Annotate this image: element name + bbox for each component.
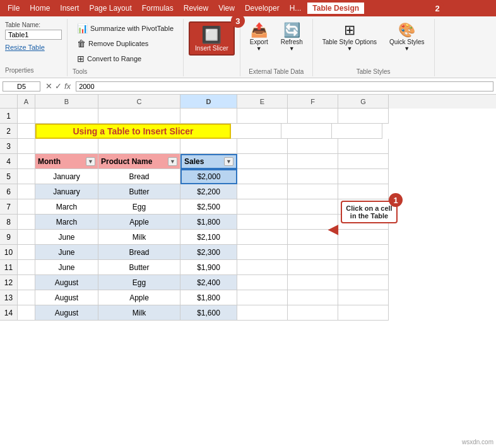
table-style-options-btn[interactable]: ⊞ Table Style Options ▼: [318, 20, 381, 54]
cell-a8[interactable]: [18, 215, 35, 230]
cell-c9[interactable]: Milk: [98, 230, 180, 245]
cell-d12[interactable]: $2,400: [180, 275, 237, 290]
cell-c7[interactable]: Egg: [98, 199, 180, 215]
cell-c6[interactable]: Butter: [98, 184, 180, 199]
cell-f5[interactable]: [288, 169, 338, 184]
col-header-f[interactable]: F: [288, 95, 338, 109]
col-sales-header[interactable]: Sales ▼: [180, 154, 237, 169]
cell-e12[interactable]: [237, 275, 288, 290]
cell-c14[interactable]: Milk: [98, 305, 180, 321]
product-dropdown[interactable]: ▼: [168, 157, 177, 166]
cell-a12[interactable]: [18, 275, 35, 290]
cell-c5[interactable]: Bread: [98, 169, 180, 184]
cell-g2[interactable]: [332, 124, 382, 139]
summarize-pivottable-btn[interactable]: 📊 Summarize with PivotTable: [73, 21, 178, 35]
cell-g11[interactable]: [338, 260, 389, 275]
cell-c8[interactable]: Apple: [98, 215, 180, 230]
cell-g4[interactable]: [338, 154, 389, 169]
cancel-formula-icon[interactable]: ✕: [45, 81, 52, 91]
menu-formulas[interactable]: Formulas: [137, 3, 179, 14]
menu-home[interactable]: Home: [25, 3, 55, 14]
cell-b14[interactable]: August: [35, 305, 98, 321]
remove-duplicates-btn[interactable]: 🗑 Remove Duplicates: [73, 37, 153, 50]
cell-f1[interactable]: [288, 109, 338, 124]
cell-d13[interactable]: $1,800: [180, 290, 237, 305]
cell-g1[interactable]: [338, 109, 389, 124]
cell-c3[interactable]: [98, 139, 180, 154]
sales-dropdown[interactable]: ▼: [224, 157, 233, 166]
cell-c11[interactable]: Butter: [98, 260, 180, 275]
cell-a14[interactable]: [18, 305, 35, 321]
cell-d3[interactable]: [180, 139, 237, 154]
convert-to-range-btn[interactable]: ⊞ Convert to Range: [73, 52, 146, 66]
cell-a4[interactable]: [18, 154, 35, 169]
cell-a11[interactable]: [18, 260, 35, 275]
cell-e11[interactable]: [237, 260, 288, 275]
cell-b11[interactable]: June: [35, 260, 98, 275]
cell-b3[interactable]: [35, 139, 98, 154]
quick-styles-btn[interactable]: 🎨 Quick Styles ▼: [385, 20, 429, 54]
menu-review[interactable]: Review: [179, 3, 213, 14]
cell-b7[interactable]: March: [35, 199, 98, 215]
cell-b1[interactable]: [35, 109, 98, 124]
cell-g5[interactable]: [338, 169, 389, 184]
formula-input[interactable]: [76, 81, 493, 91]
insert-slicer-btn[interactable]: 🔲 Insert Slicer: [189, 21, 235, 56]
cell-d11[interactable]: $1,900: [180, 260, 237, 275]
cell-e10[interactable]: [237, 245, 288, 260]
cell-e13[interactable]: [237, 290, 288, 305]
cell-d7[interactable]: $2,500: [180, 199, 237, 215]
cell-b8[interactable]: March: [35, 215, 98, 230]
cell-c10[interactable]: Bread: [98, 245, 180, 260]
menu-insert[interactable]: Insert: [55, 3, 84, 14]
cell-e6[interactable]: [237, 184, 288, 199]
table-name-input[interactable]: [5, 30, 62, 40]
col-header-c[interactable]: C: [98, 95, 180, 109]
cell-g12[interactable]: [338, 275, 389, 290]
cell-d1[interactable]: [180, 109, 237, 124]
cell-g14[interactable]: [338, 305, 389, 321]
cell-d10[interactable]: $2,300: [180, 245, 237, 260]
cell-d5[interactable]: $2,000: [180, 169, 237, 184]
cell-f13[interactable]: [288, 290, 338, 305]
cell-e7[interactable]: [237, 199, 288, 215]
menu-table-design[interactable]: Table Design: [306, 1, 365, 15]
menu-page-layout[interactable]: Page Layout: [84, 3, 136, 14]
cell-e9[interactable]: [237, 230, 288, 245]
col-header-e[interactable]: E: [237, 95, 288, 109]
cell-g3[interactable]: [338, 139, 389, 154]
menu-file[interactable]: File: [3, 3, 25, 14]
cell-b9[interactable]: June: [35, 230, 98, 245]
cell-d8[interactable]: $1,800: [180, 215, 237, 230]
cell-a13[interactable]: [18, 290, 35, 305]
cell-reference-input[interactable]: D5: [3, 81, 40, 91]
col-header-g[interactable]: G: [338, 95, 389, 109]
cell-b5[interactable]: January: [35, 169, 98, 184]
cell-b10[interactable]: June: [35, 245, 98, 260]
cell-e5[interactable]: [237, 169, 288, 184]
cell-g13[interactable]: [338, 290, 389, 305]
menu-developer[interactable]: Developer: [240, 3, 285, 14]
col-header-b[interactable]: B: [35, 95, 98, 109]
cell-g6[interactable]: [338, 184, 389, 199]
cell-d6[interactable]: $2,200: [180, 184, 237, 199]
cell-a7[interactable]: [18, 199, 35, 215]
cell-f14[interactable]: [288, 305, 338, 321]
cell-c12[interactable]: Egg: [98, 275, 180, 290]
cell-e14[interactable]: [237, 305, 288, 321]
refresh-btn[interactable]: 🔄 Refresh ▼: [276, 20, 307, 54]
cell-a3[interactable]: [18, 139, 35, 154]
cell-b13[interactable]: August: [35, 290, 98, 305]
col-product-header[interactable]: Product Name ▼: [98, 154, 180, 169]
cell-b12[interactable]: August: [35, 275, 98, 290]
cell-c13[interactable]: Apple: [98, 290, 180, 305]
cell-f6[interactable]: [288, 184, 338, 199]
menu-more[interactable]: H...: [285, 3, 307, 14]
cell-f11[interactable]: [288, 260, 338, 275]
title-cell[interactable]: Using a Table to Insert Slicer: [35, 124, 231, 139]
cell-e2[interactable]: [231, 124, 281, 139]
cell-d9[interactable]: $2,100: [180, 230, 237, 245]
cell-a1[interactable]: [18, 109, 35, 124]
col-month-header[interactable]: Month ▼: [35, 154, 98, 169]
resize-table-link[interactable]: Resize Table: [5, 44, 62, 51]
